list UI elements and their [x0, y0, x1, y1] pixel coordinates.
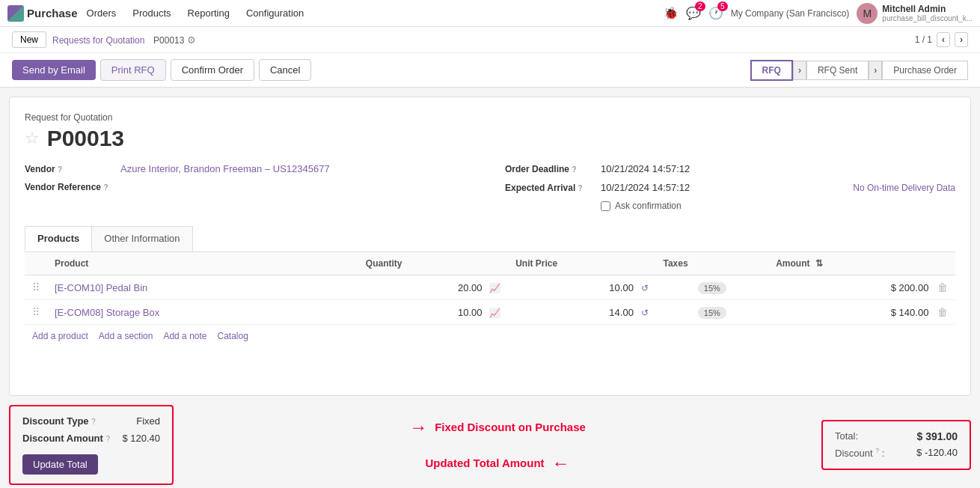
no-ontime-link[interactable]: No On-time Delivery Data — [853, 183, 955, 193]
discount-amount-field: Discount Amount ? $ 120.40 — [22, 433, 160, 444]
discount-type-label: Discount Type ? — [22, 415, 96, 427]
reset-icon-1[interactable]: ↺ — [641, 283, 649, 293]
gear-icon[interactable]: ⚙ — [187, 34, 196, 46]
reset-icon-2[interactable]: ↺ — [641, 308, 649, 318]
clock-icon[interactable]: 🕐 5 — [708, 6, 723, 20]
breadcrumb-left: New Requests for Quotation P00013 ⚙ — [12, 31, 196, 48]
breadcrumb-parent[interactable]: Requests for Quotation — [52, 35, 144, 46]
order-deadline-value[interactable]: 10/21/2024 14:57:12 — [601, 163, 690, 174]
breadcrumb: Requests for Quotation P00013 ⚙ — [52, 34, 196, 46]
bug-icon[interactable]: 🐞 — [664, 6, 679, 20]
vendor-help: ? — [58, 165, 62, 174]
tab-other-info[interactable]: Other Information — [91, 226, 192, 251]
menu-reporting[interactable]: Reporting — [186, 7, 231, 19]
confirm-order-button[interactable]: Confirm Order — [171, 59, 254, 81]
chat-badge: 2 — [695, 1, 705, 11]
add-product-link[interactable]: Add a product — [32, 331, 88, 341]
catalog-link[interactable]: Catalog — [218, 331, 248, 341]
status-purchase-order[interactable]: Purchase Order — [882, 61, 968, 80]
order-deadline-field: Order Deadline ? 10/21/2024 14:57:12 — [505, 163, 955, 174]
logo-box — [7, 5, 24, 22]
discount-total-value: $ -120.40 — [916, 447, 958, 459]
total-row: Total: $ 391.00 — [835, 430, 958, 442]
next-arrow[interactable]: › — [955, 32, 968, 47]
expected-arrival-value[interactable]: 10/21/2024 14:57:12 — [601, 182, 690, 193]
cancel-button[interactable]: Cancel — [259, 59, 311, 81]
ask-confirmation-checkbox[interactable] — [601, 201, 610, 211]
prev-arrow[interactable]: ‹ — [937, 32, 950, 47]
discount-superscript: ? — [875, 447, 879, 454]
product-link-1[interactable]: [E-COM10] Pedal Bin — [55, 282, 147, 293]
annotation-text-1: Fixed Discount on Purchase — [435, 421, 586, 433]
fields-left: Vendor ? Azure Interior, Brandon Freeman… — [25, 163, 475, 211]
clock-badge: 5 — [717, 1, 728, 11]
new-button[interactable]: New — [12, 31, 46, 48]
th-product: Product — [47, 252, 358, 275]
breadcrumb-right: 1 / 1 ‹ › — [915, 32, 968, 47]
menu-orders[interactable]: Orders — [85, 7, 118, 19]
star-icon[interactable]: ☆ — [25, 129, 40, 147]
send-email-button[interactable]: Send by Email — [12, 60, 96, 80]
table-row: ⠿ [E-COM10] Pedal Bin 20.00 📈 10.00 ↺ 15… — [25, 275, 955, 300]
pagination-label: 1 / 1 — [915, 34, 932, 45]
chat-icon[interactable]: 💬 2 — [686, 6, 701, 20]
menu-products[interactable]: Products — [131, 7, 172, 19]
total-value: $ 391.00 — [917, 430, 958, 442]
tax-badge-1[interactable]: 15% — [698, 282, 726, 294]
th-quantity: Quantity — [358, 252, 508, 275]
add-section-link[interactable]: Add a section — [99, 331, 153, 341]
fields-section: Vendor ? Azure Interior, Brandon Freeman… — [25, 163, 955, 211]
print-rfq-button[interactable]: Print RFQ — [100, 59, 166, 81]
annotation-area: → Fixed Discount on Purchase Updated Tot… — [181, 417, 814, 474]
product-link-2[interactable]: [E-COM08] Storage Box — [55, 307, 159, 318]
discount-totals-row: Discount ? : $ -120.40 — [835, 447, 958, 459]
chart-icon-2[interactable]: 📈 — [489, 308, 500, 318]
table-row: ⠿ [E-COM08] Storage Box 10.00 📈 14.00 ↺ … — [25, 300, 955, 325]
chart-icon-1[interactable]: 📈 — [489, 283, 500, 293]
app-logo: Purchase — [7, 5, 78, 22]
tax-badge-2[interactable]: 15% — [698, 307, 726, 319]
status-arrow: › — [793, 61, 806, 80]
vendor-value[interactable]: Azure Interior, Brandon Freeman – US1234… — [120, 163, 330, 174]
amount-1: $ 200.00 🗑 — [768, 275, 955, 300]
discount-amount-help: ? — [105, 435, 110, 443]
discount-amount-label: Discount Amount ? — [22, 433, 110, 444]
tab-products[interactable]: Products — [25, 226, 92, 251]
status-rfq[interactable]: RFQ — [750, 60, 793, 81]
vendor-link[interactable]: Azure Interior, Brandon Freeman – US1234… — [120, 163, 330, 174]
user-details: Mitchell Admin purchase_bill_discount_k.… — [882, 4, 973, 22]
discount-amount-value: $ 120.40 — [122, 433, 160, 444]
price-1: 10.00 ↺ — [508, 275, 655, 300]
discount-type-field: Discount Type ? Fixed — [22, 415, 160, 427]
drag-handle-2[interactable]: ⠿ — [32, 306, 40, 318]
delete-icon-2[interactable]: 🗑 — [937, 306, 948, 318]
qty-2: 10.00 📈 — [358, 300, 508, 325]
ask-confirmation-row: Ask confirmation — [601, 201, 955, 211]
add-note-link[interactable]: Add a note — [163, 331, 206, 341]
discount-box: Discount Type ? Fixed Discount Amount ? … — [9, 405, 174, 485]
fields-right: Order Deadline ? 10/21/2024 14:57:12 Exp… — [505, 163, 955, 211]
navbar: Purchase Orders Products Reporting Confi… — [0, 0, 980, 27]
user-subtitle: purchase_bill_discount_k... — [882, 14, 973, 22]
th-unit-price: Unit Price — [508, 252, 655, 275]
menu-configuration[interactable]: Configuration — [245, 7, 305, 19]
user-info[interactable]: M Mitchell Admin purchase_bill_discount_… — [857, 3, 973, 24]
update-total-button[interactable]: Update Total — [22, 454, 98, 475]
navbar-right: 🐞 💬 2 🕐 5 My Company (San Francisco) M M… — [664, 3, 973, 24]
amount-2: $ 140.00 🗑 — [768, 300, 955, 325]
bottom-section: Discount Type ? Fixed Discount Amount ? … — [9, 405, 971, 485]
drag-handle[interactable]: ⠿ — [32, 281, 40, 293]
status-bar: RFQ › RFQ Sent › Purchase Order — [750, 60, 968, 81]
th-amount: Amount ⇅ — [768, 252, 955, 275]
annotation-text-2: Updated Total Amount — [425, 457, 544, 469]
discount-type-help: ? — [91, 418, 96, 426]
tabs: Products Other Information — [25, 226, 955, 252]
status-rfq-sent[interactable]: RFQ Sent — [806, 61, 869, 80]
adjust-icon[interactable]: ⇅ — [815, 258, 823, 269]
navbar-menu: Orders Products Reporting Configuration — [85, 7, 664, 19]
product-name-2: [E-COM08] Storage Box — [47, 300, 358, 325]
ask-confirmation-label: Ask confirmation — [615, 201, 682, 211]
expected-arrival-label: Expected Arrival ? — [505, 183, 595, 193]
user-avatar: M — [857, 3, 878, 24]
delete-icon-1[interactable]: 🗑 — [937, 281, 948, 293]
